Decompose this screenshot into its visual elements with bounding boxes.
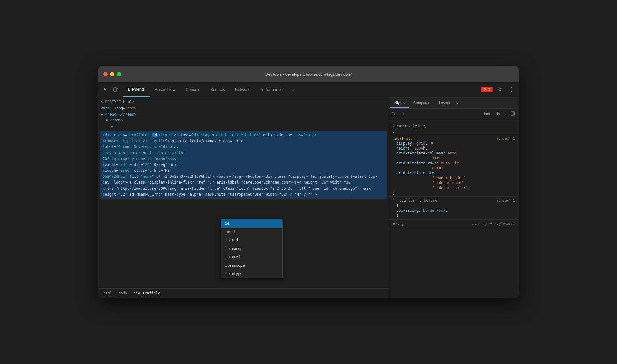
- svg-rect-3: [513, 112, 515, 115]
- breadcrumb-body[interactable]: body: [117, 290, 129, 296]
- tab-layout[interactable]: Layout: [435, 98, 454, 108]
- device-toggle-icon[interactable]: [111, 85, 121, 94]
- scaffold-rule-block: .scaffold { (index):1 display: grid; ⊞ h…: [389, 134, 519, 197]
- tab-list: Elements Recorder ▲ Console Sources Netw…: [123, 82, 481, 97]
- doctype-line: <!DOCTYPE html>: [98, 99, 389, 106]
- style-prop-grid-template-columns: grid-template-columns: auto: [389, 151, 519, 156]
- elements-panel: <!DOCTYPE html> <html lang="en"> ▶ <head…: [98, 97, 389, 298]
- add-style-btn[interactable]: +: [503, 111, 508, 117]
- tab-sources[interactable]: Sources: [205, 82, 230, 97]
- tab-recorder[interactable]: Recorder ▲: [150, 82, 181, 97]
- tab-performance[interactable]: Performance: [255, 82, 287, 97]
- styles-content: element.style { } .scaffold { (index):1 …: [389, 119, 519, 298]
- universal-close-brace: }: [389, 213, 519, 218]
- tab-computed[interactable]: Computed: [409, 98, 435, 108]
- style-prop-grid-areas-line1: "header header": [389, 176, 519, 181]
- pointer-icon[interactable]: [101, 85, 110, 94]
- autocomplete-item-itemtype[interactable]: itemtype: [221, 270, 282, 278]
- breadcrumb-scaffold[interactable]: div.scaffold: [132, 290, 162, 296]
- svg-rect-1: [117, 89, 118, 91]
- cls-filter-btn[interactable]: .cls: [493, 111, 501, 117]
- style-prop-grid-template-columns-cont: 1fr;: [389, 156, 519, 161]
- style-prop-height: height: 100vh;: [389, 146, 519, 151]
- tab-more[interactable]: »: [287, 82, 300, 97]
- style-prop-grid-template-rows: grid-template-rows: auto 1fr: [389, 161, 519, 166]
- autocomplete-item-inert[interactable]: inert: [221, 228, 282, 236]
- autocomplete-popup[interactable]: id inert itemid itemprop itemref itemsco…: [221, 219, 283, 278]
- breadcrumb-html[interactable]: html: [102, 290, 113, 296]
- tab-elements[interactable]: Elements: [123, 82, 150, 97]
- svg-rect-0: [114, 88, 117, 91]
- tab-console[interactable]: Console: [181, 82, 206, 97]
- style-prop-box-sizing: {: [389, 203, 519, 208]
- traffic-lights: [103, 72, 121, 76]
- maximize-button[interactable]: [117, 72, 121, 76]
- universal-rule-block: *, ::after, ::before (index):1 { box-siz…: [389, 197, 519, 220]
- element-style-selector-row: element.style {: [389, 123, 519, 129]
- style-prop-grid-areas-line2: "sidebar main": [389, 181, 519, 186]
- devtools-icons: [101, 85, 121, 94]
- styles-filter-bar: :hov .cls +: [389, 109, 519, 119]
- tab-network[interactable]: Network: [230, 82, 255, 97]
- body-arrow-line: ▶: [98, 124, 389, 130]
- styles-filter-input[interactable]: [391, 112, 479, 116]
- styles-tabs: Styles Computed Layout »: [389, 97, 519, 109]
- body-open-line: ▼ <body>: [98, 118, 389, 124]
- autocomplete-item-itemid[interactable]: itemid: [221, 236, 282, 244]
- tab-styles[interactable]: Styles: [390, 98, 409, 108]
- autocomplete-item-id[interactable]: id: [221, 219, 282, 228]
- style-prop-grid-areas-line3: "sidebar footer";: [389, 186, 519, 191]
- style-prop-box-sizing-value: box-sizing: border-box;: [389, 208, 519, 213]
- html-tree-area[interactable]: <!DOCTYPE html> <html lang="en"> ▶ <head…: [98, 97, 389, 288]
- head-line: ▶ <head>…</head>: [98, 112, 389, 118]
- window-title: DevTools - developer.chrome.com/tags/dev…: [265, 72, 352, 77]
- html-line: <html lang="en">: [98, 106, 389, 112]
- recorder-icon: ▲: [172, 88, 176, 91]
- autocomplete-item-itemscope[interactable]: itemscope: [221, 261, 282, 270]
- devtools-body: <!DOCTYPE html> <html lang="en"> ▶ <head…: [98, 97, 519, 298]
- devtools-right-controls: ✕ 1 ⚙ ⋮: [481, 85, 516, 94]
- styles-panel: Styles Computed Layout » :hov .cls +: [389, 97, 519, 298]
- autocomplete-item-itemprop[interactable]: itemprop: [221, 245, 282, 253]
- menu-icon[interactable]: ⋮: [507, 85, 516, 94]
- element-style-block: element.style { }: [389, 122, 519, 134]
- autocomplete-item-itemref[interactable]: itemref: [221, 253, 282, 261]
- devtools-window: DevTools - developer.chrome.com/tags/dev…: [98, 66, 519, 298]
- settings-icon[interactable]: ⚙: [495, 85, 504, 94]
- div-selector-row: div { user agent stylesheet: [389, 221, 519, 226]
- close-button[interactable]: [103, 72, 108, 76]
- title-bar: DevTools - developer.chrome.com/tags/dev…: [98, 66, 519, 82]
- styles-more-tabs[interactable]: »: [456, 100, 458, 105]
- universal-selector-row: *, ::after, ::before (index):1: [389, 198, 519, 203]
- style-prop-grid-template-rows-cont: auto;: [389, 166, 519, 171]
- user-agent-rule-block: div { user agent stylesheet: [389, 220, 519, 228]
- error-badge[interactable]: ✕ 1: [481, 87, 493, 92]
- style-prop-grid-template-areas: grid-template-areas:: [389, 171, 519, 176]
- devtools-tab-bar: Elements Recorder ▲ Console Sources Netw…: [98, 82, 519, 97]
- selected-element-block: <div class="scaffold" id<top-nav class="…: [100, 131, 387, 199]
- breadcrumb: html body div.scaffold: [98, 288, 389, 298]
- hover-filter-btn[interactable]: :hov: [482, 111, 491, 117]
- scaffold-selector-row: .scaffold { (index):1: [389, 136, 519, 141]
- style-prop-display: display: grid; ⊞: [389, 141, 519, 146]
- code-content: <!DOCTYPE html> <html lang="en"> ▶ <head…: [98, 97, 389, 202]
- minimize-button[interactable]: [110, 72, 114, 76]
- filter-controls: :hov .cls +: [482, 111, 516, 117]
- sidebar-toggle-btn[interactable]: [509, 111, 516, 117]
